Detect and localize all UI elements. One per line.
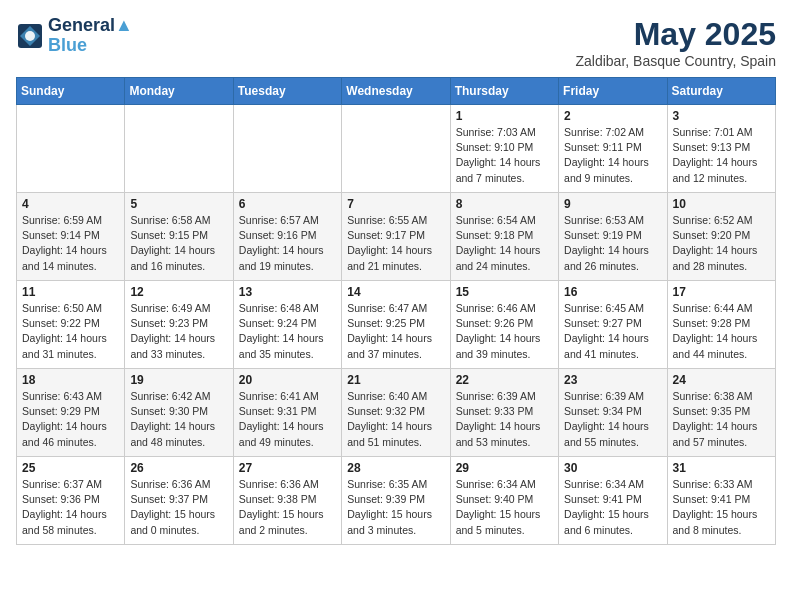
day-info: Sunrise: 6:37 AMSunset: 9:36 PMDaylight:…	[22, 477, 119, 538]
day-info: Sunrise: 6:39 AMSunset: 9:33 PMDaylight:…	[456, 389, 553, 450]
day-info: Sunrise: 6:43 AMSunset: 9:29 PMDaylight:…	[22, 389, 119, 450]
location: Zaldibar, Basque Country, Spain	[575, 53, 776, 69]
calendar-cell: 16Sunrise: 6:45 AMSunset: 9:27 PMDayligh…	[559, 281, 667, 369]
day-info: Sunrise: 6:59 AMSunset: 9:14 PMDaylight:…	[22, 213, 119, 274]
day-info: Sunrise: 6:42 AMSunset: 9:30 PMDaylight:…	[130, 389, 227, 450]
day-info: Sunrise: 6:48 AMSunset: 9:24 PMDaylight:…	[239, 301, 336, 362]
weekday-header-tuesday: Tuesday	[233, 78, 341, 105]
day-info: Sunrise: 6:49 AMSunset: 9:23 PMDaylight:…	[130, 301, 227, 362]
day-number: 20	[239, 373, 336, 387]
calendar-cell: 8Sunrise: 6:54 AMSunset: 9:18 PMDaylight…	[450, 193, 558, 281]
calendar-cell: 20Sunrise: 6:41 AMSunset: 9:31 PMDayligh…	[233, 369, 341, 457]
day-number: 4	[22, 197, 119, 211]
calendar-cell: 11Sunrise: 6:50 AMSunset: 9:22 PMDayligh…	[17, 281, 125, 369]
day-info: Sunrise: 6:47 AMSunset: 9:25 PMDaylight:…	[347, 301, 444, 362]
day-number: 19	[130, 373, 227, 387]
calendar-cell: 19Sunrise: 6:42 AMSunset: 9:30 PMDayligh…	[125, 369, 233, 457]
calendar-cell: 27Sunrise: 6:36 AMSunset: 9:38 PMDayligh…	[233, 457, 341, 545]
week-row-3: 11Sunrise: 6:50 AMSunset: 9:22 PMDayligh…	[17, 281, 776, 369]
day-info: Sunrise: 6:34 AMSunset: 9:40 PMDaylight:…	[456, 477, 553, 538]
day-number: 1	[456, 109, 553, 123]
calendar-table: SundayMondayTuesdayWednesdayThursdayFrid…	[16, 77, 776, 545]
day-number: 23	[564, 373, 661, 387]
calendar-cell: 29Sunrise: 6:34 AMSunset: 9:40 PMDayligh…	[450, 457, 558, 545]
day-info: Sunrise: 6:35 AMSunset: 9:39 PMDaylight:…	[347, 477, 444, 538]
day-number: 6	[239, 197, 336, 211]
day-number: 15	[456, 285, 553, 299]
day-number: 12	[130, 285, 227, 299]
day-info: Sunrise: 6:46 AMSunset: 9:26 PMDaylight:…	[456, 301, 553, 362]
calendar-cell	[125, 105, 233, 193]
logo: General▲ Blue	[16, 16, 133, 56]
week-row-5: 25Sunrise: 6:37 AMSunset: 9:36 PMDayligh…	[17, 457, 776, 545]
day-number: 2	[564, 109, 661, 123]
day-info: Sunrise: 6:33 AMSunset: 9:41 PMDaylight:…	[673, 477, 770, 538]
calendar-cell: 23Sunrise: 6:39 AMSunset: 9:34 PMDayligh…	[559, 369, 667, 457]
day-number: 7	[347, 197, 444, 211]
day-number: 11	[22, 285, 119, 299]
day-number: 5	[130, 197, 227, 211]
day-info: Sunrise: 6:34 AMSunset: 9:41 PMDaylight:…	[564, 477, 661, 538]
calendar-cell: 31Sunrise: 6:33 AMSunset: 9:41 PMDayligh…	[667, 457, 775, 545]
calendar-cell: 13Sunrise: 6:48 AMSunset: 9:24 PMDayligh…	[233, 281, 341, 369]
weekday-header-monday: Monday	[125, 78, 233, 105]
day-info: Sunrise: 6:58 AMSunset: 9:15 PMDaylight:…	[130, 213, 227, 274]
day-number: 28	[347, 461, 444, 475]
calendar-cell: 24Sunrise: 6:38 AMSunset: 9:35 PMDayligh…	[667, 369, 775, 457]
day-info: Sunrise: 6:57 AMSunset: 9:16 PMDaylight:…	[239, 213, 336, 274]
day-info: Sunrise: 6:53 AMSunset: 9:19 PMDaylight:…	[564, 213, 661, 274]
calendar-cell: 28Sunrise: 6:35 AMSunset: 9:39 PMDayligh…	[342, 457, 450, 545]
calendar-cell: 30Sunrise: 6:34 AMSunset: 9:41 PMDayligh…	[559, 457, 667, 545]
day-info: Sunrise: 7:02 AMSunset: 9:11 PMDaylight:…	[564, 125, 661, 186]
calendar-cell: 17Sunrise: 6:44 AMSunset: 9:28 PMDayligh…	[667, 281, 775, 369]
day-info: Sunrise: 6:40 AMSunset: 9:32 PMDaylight:…	[347, 389, 444, 450]
calendar-cell: 1Sunrise: 7:03 AMSunset: 9:10 PMDaylight…	[450, 105, 558, 193]
day-number: 31	[673, 461, 770, 475]
day-info: Sunrise: 6:44 AMSunset: 9:28 PMDaylight:…	[673, 301, 770, 362]
calendar-cell: 26Sunrise: 6:36 AMSunset: 9:37 PMDayligh…	[125, 457, 233, 545]
day-number: 13	[239, 285, 336, 299]
day-info: Sunrise: 6:52 AMSunset: 9:20 PMDaylight:…	[673, 213, 770, 274]
day-number: 9	[564, 197, 661, 211]
calendar-cell: 22Sunrise: 6:39 AMSunset: 9:33 PMDayligh…	[450, 369, 558, 457]
calendar-cell: 2Sunrise: 7:02 AMSunset: 9:11 PMDaylight…	[559, 105, 667, 193]
day-number: 25	[22, 461, 119, 475]
title-block: May 2025 Zaldibar, Basque Country, Spain	[575, 16, 776, 69]
day-info: Sunrise: 6:36 AMSunset: 9:37 PMDaylight:…	[130, 477, 227, 538]
month-title: May 2025	[575, 16, 776, 53]
calendar-cell	[17, 105, 125, 193]
calendar-cell: 7Sunrise: 6:55 AMSunset: 9:17 PMDaylight…	[342, 193, 450, 281]
calendar-cell: 18Sunrise: 6:43 AMSunset: 9:29 PMDayligh…	[17, 369, 125, 457]
day-info: Sunrise: 7:03 AMSunset: 9:10 PMDaylight:…	[456, 125, 553, 186]
day-number: 29	[456, 461, 553, 475]
day-number: 8	[456, 197, 553, 211]
week-row-4: 18Sunrise: 6:43 AMSunset: 9:29 PMDayligh…	[17, 369, 776, 457]
calendar-body: 1Sunrise: 7:03 AMSunset: 9:10 PMDaylight…	[17, 105, 776, 545]
day-number: 18	[22, 373, 119, 387]
day-number: 14	[347, 285, 444, 299]
page-header: General▲ Blue May 2025 Zaldibar, Basque …	[16, 16, 776, 69]
day-number: 3	[673, 109, 770, 123]
calendar-cell: 9Sunrise: 6:53 AMSunset: 9:19 PMDaylight…	[559, 193, 667, 281]
weekday-header-wednesday: Wednesday	[342, 78, 450, 105]
day-number: 26	[130, 461, 227, 475]
calendar-cell: 3Sunrise: 7:01 AMSunset: 9:13 PMDaylight…	[667, 105, 775, 193]
day-number: 16	[564, 285, 661, 299]
calendar-cell: 21Sunrise: 6:40 AMSunset: 9:32 PMDayligh…	[342, 369, 450, 457]
calendar-cell: 25Sunrise: 6:37 AMSunset: 9:36 PMDayligh…	[17, 457, 125, 545]
day-number: 17	[673, 285, 770, 299]
day-number: 30	[564, 461, 661, 475]
logo-icon	[16, 22, 44, 50]
calendar-cell: 4Sunrise: 6:59 AMSunset: 9:14 PMDaylight…	[17, 193, 125, 281]
week-row-2: 4Sunrise: 6:59 AMSunset: 9:14 PMDaylight…	[17, 193, 776, 281]
day-info: Sunrise: 6:39 AMSunset: 9:34 PMDaylight:…	[564, 389, 661, 450]
day-info: Sunrise: 6:50 AMSunset: 9:22 PMDaylight:…	[22, 301, 119, 362]
weekday-header-row: SundayMondayTuesdayWednesdayThursdayFrid…	[17, 78, 776, 105]
calendar-cell: 10Sunrise: 6:52 AMSunset: 9:20 PMDayligh…	[667, 193, 775, 281]
day-info: Sunrise: 6:55 AMSunset: 9:17 PMDaylight:…	[347, 213, 444, 274]
day-number: 21	[347, 373, 444, 387]
calendar-cell: 14Sunrise: 6:47 AMSunset: 9:25 PMDayligh…	[342, 281, 450, 369]
calendar-cell	[342, 105, 450, 193]
day-number: 27	[239, 461, 336, 475]
weekday-header-thursday: Thursday	[450, 78, 558, 105]
